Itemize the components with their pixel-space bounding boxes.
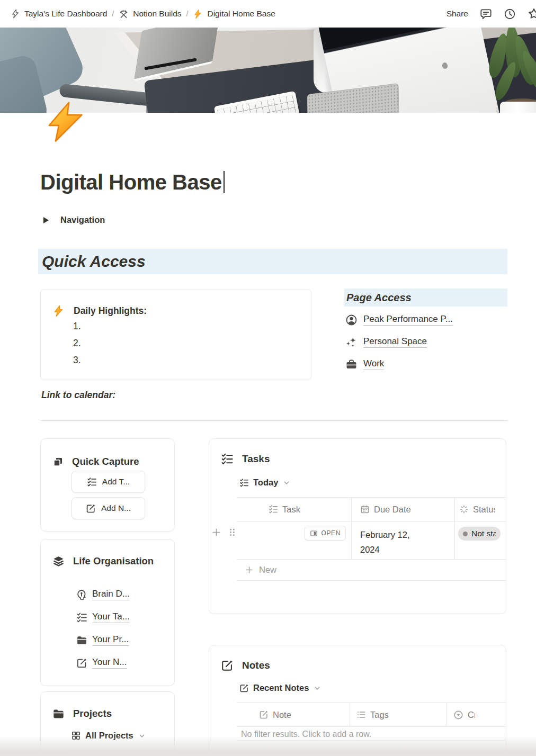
add-row-plus-icon[interactable] — [211, 527, 221, 537]
column-label: Status — [473, 505, 495, 515]
projects-title: Projects — [73, 706, 112, 722]
grid-icon — [71, 731, 81, 741]
add-note-button[interactable]: Add N... — [72, 497, 145, 519]
navigation-toggle[interactable]: Navigation — [43, 215, 105, 225]
projects-card: Projects All Projects — [40, 691, 175, 756]
tools-icon — [119, 9, 129, 19]
new-row-label: New — [259, 565, 276, 575]
share-button[interactable]: Share — [446, 9, 468, 19]
checklist-icon — [76, 612, 87, 623]
status-badge: Not started — [458, 527, 501, 541]
view-label: Today — [253, 478, 278, 488]
drag-handle-icon[interactable] — [227, 527, 237, 537]
column-header-due-date[interactable]: Due Date — [351, 498, 454, 521]
compose-icon — [259, 710, 269, 719]
breadcrumb: Tayla's Life Dashboard / Notion Builds /… — [11, 0, 275, 28]
task-cell[interactable]: OPEN — [237, 521, 351, 559]
link-label: Your Pr... — [92, 634, 129, 646]
page-title[interactable]: Digital Home Base — [40, 170, 225, 194]
tasks-table: Task Due Date Status OPEN — [237, 497, 506, 581]
list-item[interactable]: 3. — [73, 355, 81, 366]
notes-table: Note Tags Created No filter results. Cli… — [237, 703, 506, 741]
checklist-icon — [87, 477, 97, 487]
link-your-projects[interactable]: Your Pr... — [76, 634, 129, 646]
bulleted-list-icon — [356, 710, 366, 719]
view-label: All Projects — [85, 731, 133, 741]
checklist-icon — [221, 453, 234, 465]
list-item[interactable]: 2. — [73, 338, 81, 349]
notes-table-header: Note Tags Created — [237, 703, 506, 727]
page-access-link-work[interactable]: Work — [345, 356, 384, 372]
briefcase-icon — [345, 358, 358, 371]
link-your-tasks[interactable]: Your Ta... — [76, 611, 130, 623]
quick-capture-card: Quick Capture Add T... Add N... — [40, 438, 175, 532]
add-task-label: Add T... — [102, 477, 130, 487]
link-your-notes[interactable]: Your N... — [76, 657, 127, 669]
column-header-task[interactable]: Task — [237, 498, 351, 521]
column-header-status[interactable]: Status — [454, 498, 506, 521]
task-row[interactable]: OPEN February 12, 2024 Not started — [237, 521, 506, 560]
view-label: Recent Notes — [253, 683, 309, 693]
copy-icon — [52, 456, 64, 467]
breadcrumb-label: Digital Home Base — [207, 9, 275, 19]
layers-icon — [52, 555, 65, 568]
column-header-tags[interactable]: Tags — [350, 703, 446, 726]
page-icon-lightning[interactable] — [46, 100, 86, 144]
link-label: Your Ta... — [92, 611, 130, 623]
list-item[interactable]: 1. — [73, 321, 81, 332]
empty-results-text: No filter results. Click to add a row. — [241, 730, 371, 739]
cover-plant-pot — [500, 102, 536, 113]
breadcrumb-item-digital-home-base[interactable]: Digital Home Base — [193, 9, 275, 19]
sparkles-icon — [345, 336, 358, 348]
column-header-note[interactable]: Note — [237, 703, 350, 726]
recent-notes-view-selector[interactable]: Recent Notes — [239, 683, 321, 693]
page-access-heading: Page Access — [344, 289, 507, 307]
comments-icon[interactable] — [480, 8, 492, 20]
link-brain-dump[interactable]: Brain D... — [76, 589, 130, 600]
life-organisation-title: Life Organisation — [73, 553, 154, 569]
column-header-created[interactable]: Created — [446, 703, 506, 726]
tasks-title: Tasks — [242, 452, 270, 466]
status-dot-icon — [463, 532, 468, 536]
side-peek-icon — [310, 529, 318, 537]
today-view-selector[interactable]: Today — [239, 478, 291, 488]
link-label: Brain D... — [92, 589, 130, 600]
folder-icon — [52, 708, 65, 720]
head-key-icon — [76, 589, 87, 600]
breadcrumb-separator: / — [186, 10, 189, 18]
new-row-button[interactable]: New — [237, 560, 506, 581]
breadcrumb-label: Tayla's Life Dashboard — [24, 9, 107, 19]
all-projects-view-selector[interactable]: All Projects — [71, 731, 146, 741]
lightning-icon — [193, 9, 203, 19]
tasks-table-header: Task Due Date Status — [237, 497, 506, 521]
due-date-cell[interactable]: February 12, 2024 — [351, 521, 454, 559]
breadcrumb-item-dashboard[interactable]: Tayla's Life Dashboard — [11, 9, 107, 19]
status-label: Not started — [471, 529, 496, 538]
breadcrumb-label: Notion Builds — [133, 9, 181, 19]
topbar-actions: Share — [446, 0, 536, 28]
quick-capture-title: Quick Capture — [72, 454, 139, 470]
empty-results-row[interactable]: No filter results. Click to add a row. — [237, 727, 506, 741]
text-cursor — [224, 171, 225, 193]
breadcrumb-item-notion-builds[interactable]: Notion Builds — [119, 9, 181, 19]
page-access-link-peak-performance[interactable]: Peak Performance P... — [345, 312, 453, 328]
star-icon[interactable] — [528, 7, 536, 20]
open-label: OPEN — [321, 529, 341, 537]
clock-icon[interactable] — [504, 8, 516, 20]
add-task-button[interactable]: Add T... — [72, 471, 145, 493]
lightning-icon — [52, 305, 65, 317]
daily-highlights-title: Daily Highlights: — [74, 305, 147, 317]
toggle-triangle-icon — [43, 217, 49, 223]
compose-icon — [239, 683, 249, 693]
top-bar: Tayla's Life Dashboard / Notion Builds /… — [0, 0, 536, 28]
due-date-value: February 12, 2024 — [360, 527, 425, 557]
tasks-card: Tasks Today Task Due Date — [209, 438, 506, 614]
open-row-button[interactable]: OPEN — [305, 526, 346, 541]
breadcrumb-separator: / — [112, 10, 114, 18]
page-link-label: Personal Space — [363, 336, 427, 348]
status-cell[interactable]: Not started — [454, 521, 506, 559]
page-access-link-personal-space[interactable]: Personal Space — [345, 334, 427, 350]
folder-icon — [76, 635, 87, 646]
checklist-icon — [269, 505, 278, 514]
page-link-label: Work — [363, 358, 384, 370]
